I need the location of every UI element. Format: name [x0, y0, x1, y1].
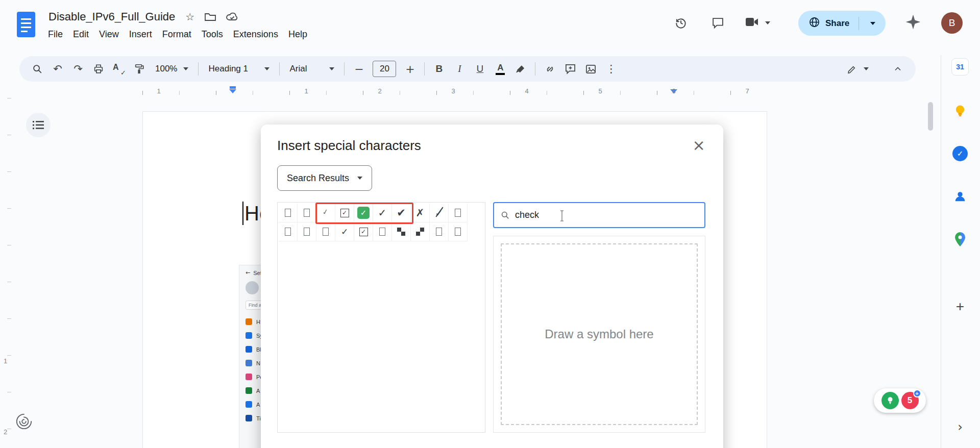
spell-check-button[interactable]: A✓: [109, 59, 129, 79]
vertical-scrollbar[interactable]: [928, 102, 933, 131]
character-search-input[interactable]: [515, 210, 698, 220]
special-char-cell[interactable]: ✓: [316, 204, 335, 222]
special-char-cell[interactable]: [449, 222, 468, 241]
chevron-down-icon: [870, 22, 875, 25]
insert-link-button[interactable]: [540, 59, 559, 79]
share-button[interactable]: Share: [798, 11, 886, 36]
insert-image-button[interactable]: [581, 59, 600, 79]
google-docs-logo[interactable]: [16, 11, 36, 41]
special-char-cell[interactable]: [316, 222, 335, 241]
menu-bar: FileEditViewInsertFormatToolsExtensionsH…: [43, 27, 312, 42]
category-dropdown[interactable]: Search Results: [277, 165, 372, 191]
search-icon: [500, 210, 510, 220]
fingerprint-icon[interactable]: [14, 411, 34, 432]
styles-dropdown[interactable]: Heading 1: [203, 59, 275, 79]
add-comment-button[interactable]: [560, 59, 580, 79]
meet-video-call-button[interactable]: [741, 12, 774, 34]
show-document-outline-button[interactable]: [26, 113, 51, 137]
gemini-sparkle-icon[interactable]: [904, 13, 922, 33]
menu-help[interactable]: Help: [283, 27, 312, 42]
close-dialog-button[interactable]: ×: [688, 134, 710, 156]
special-char-cell[interactable]: ✓: [430, 204, 449, 222]
share-button-label: Share: [825, 18, 849, 29]
add-side-panel-app-button[interactable]: +: [950, 297, 970, 316]
bold-button[interactable]: B: [429, 59, 449, 79]
character-search-box[interactable]: [493, 202, 705, 228]
left-indent-marker[interactable]: [229, 86, 236, 93]
menu-view[interactable]: View: [94, 27, 124, 42]
first-line-indent-marker[interactable]: [230, 86, 236, 89]
special-char-cell[interactable]: [298, 222, 316, 241]
collapse-side-panel-button[interactable]: ›: [950, 417, 970, 437]
font-size-input[interactable]: 20: [373, 61, 396, 77]
undo-button[interactable]: ↶: [48, 59, 67, 79]
print-button[interactable]: [89, 59, 108, 79]
menu-edit[interactable]: Edit: [68, 27, 94, 42]
extension-badge[interactable]: 5 +: [874, 388, 926, 413]
share-divider: [859, 17, 859, 30]
extension-icon[interactable]: [881, 392, 899, 409]
decrease-font-size-button[interactable]: −: [349, 59, 369, 79]
account-avatar[interactable]: B: [941, 12, 963, 34]
special-char-cell[interactable]: ✓: [335, 222, 354, 241]
chevron-down-icon: [864, 67, 869, 70]
zoom-dropdown[interactable]: 100%: [150, 59, 193, 79]
color-swatch: [496, 73, 505, 75]
special-char-cell[interactable]: [298, 204, 316, 222]
star-icon[interactable]: ☆: [185, 11, 194, 23]
document-title[interactable]: Disable_IPv6_Full_Guide: [48, 10, 175, 23]
more-options-button[interactable]: ⋮: [601, 59, 621, 79]
special-char-cell[interactable]: ✓: [335, 204, 354, 222]
vertical-ruler[interactable]: 123: [0, 98, 13, 448]
special-char-cell[interactable]: ✔: [392, 204, 411, 222]
draw-symbol-panel[interactable]: Draw a symbol here: [493, 236, 705, 433]
share-dropdown[interactable]: [864, 22, 881, 25]
calendar-icon[interactable]: 31: [951, 58, 969, 76]
menu-tools[interactable]: Tools: [197, 27, 228, 42]
underline-button[interactable]: U: [470, 59, 489, 79]
notification-badge[interactable]: 5 +: [901, 392, 919, 409]
increase-font-size-button[interactable]: +: [400, 59, 420, 79]
special-char-cell[interactable]: [279, 204, 298, 222]
menu-extensions[interactable]: Extensions: [228, 27, 283, 42]
special-char-cell[interactable]: [392, 222, 411, 241]
maps-icon[interactable]: [950, 230, 970, 249]
special-char-cell[interactable]: [430, 222, 449, 241]
contacts-icon[interactable]: [950, 187, 970, 206]
special-char-cell[interactable]: ✓: [354, 222, 373, 241]
toolbar-divider: [535, 62, 535, 76]
ruler-number: 4: [525, 87, 528, 95]
menu-file[interactable]: File: [43, 27, 68, 42]
ruler-number: 1: [304, 87, 308, 95]
menu-insert[interactable]: Insert: [124, 27, 157, 42]
search-menus-button[interactable]: [28, 59, 47, 79]
highlight-color-button[interactable]: [511, 59, 530, 79]
version-history-button[interactable]: [670, 12, 692, 34]
comments-button[interactable]: [706, 12, 729, 34]
ruler-number: 7: [745, 87, 749, 95]
menu-format[interactable]: Format: [157, 27, 197, 42]
italic-button[interactable]: I: [450, 59, 469, 79]
special-char-cell[interactable]: ✓: [354, 204, 373, 222]
chevron-down-icon: [329, 67, 334, 70]
cloud-status-icon[interactable]: [226, 12, 238, 21]
horizontal-ruler[interactable]: 11234567: [0, 86, 924, 98]
text-color-button[interactable]: A: [491, 59, 510, 79]
editing-mode-dropdown[interactable]: [842, 59, 874, 79]
chevron-down-icon: [183, 67, 188, 70]
tasks-icon[interactable]: ✓: [950, 144, 970, 163]
redo-button[interactable]: ↷: [68, 59, 88, 79]
special-char-cell[interactable]: ✓: [373, 204, 392, 222]
keep-icon[interactable]: [950, 101, 970, 120]
special-char-cell[interactable]: [373, 222, 392, 241]
special-char-cell[interactable]: [279, 222, 298, 241]
paint-format-button[interactable]: [130, 59, 149, 79]
special-char-cell[interactable]: ✗: [411, 204, 430, 222]
hide-menus-button[interactable]: [888, 59, 908, 79]
left-margin-triangle: [229, 89, 236, 93]
special-char-cell[interactable]: [449, 204, 468, 222]
move-folder-icon[interactable]: [205, 12, 216, 21]
special-char-cell[interactable]: [411, 222, 430, 241]
chevron-down-icon: [264, 67, 270, 70]
font-dropdown[interactable]: Arial: [284, 59, 339, 79]
